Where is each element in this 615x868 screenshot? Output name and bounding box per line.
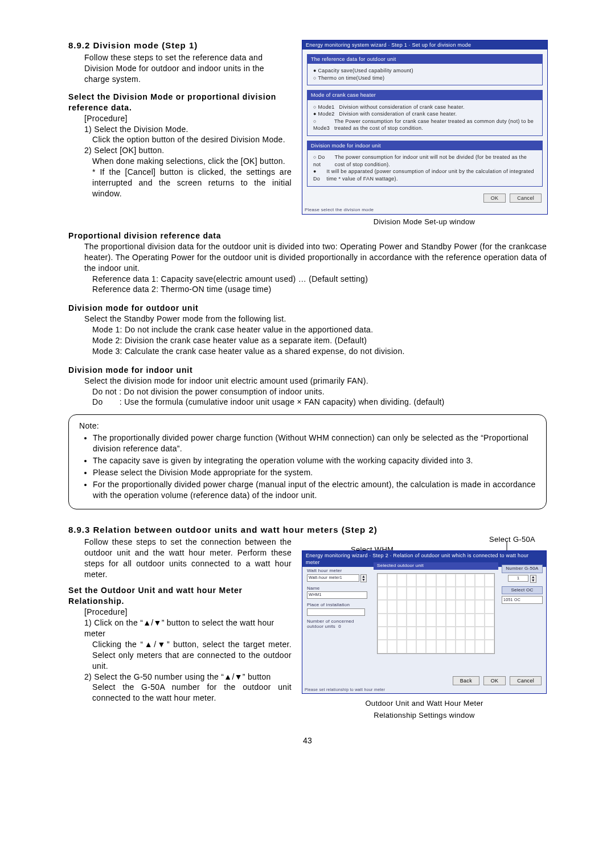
win1-mode1[interactable]: Mode1: [313, 104, 335, 111]
win2-grid-header: Selected outdoor unit: [374, 562, 498, 570]
note-box: Note: The proportionally divided power c…: [68, 414, 547, 509]
win2-name-value: WHM1: [307, 591, 367, 599]
win1-ok-button[interactable]: OK: [483, 194, 506, 203]
indoor-mode-heading: Division mode for indoor unit: [68, 365, 547, 376]
fig2-caption-2: Relationship Settings window: [302, 710, 547, 721]
win2-back-button[interactable]: Back: [453, 676, 479, 685]
outdoor-mode-text: Select the Standby Power mode from the f…: [84, 314, 547, 324]
note-bullet-3: Please select the Division Mode appropri…: [93, 467, 537, 478]
prop-div-text: The proportional division data for the o…: [84, 241, 547, 274]
win2-whm-stepper[interactable]: ▲▼: [360, 574, 367, 582]
win1-indoor-donot-text: The power consumption for indoor unit wi…: [335, 154, 536, 168]
set-relationship-heading: Set the Outdoor Unit and watt hour Meter…: [68, 585, 292, 607]
division-mode-window: Energy monitoring system wizard · Step 1…: [302, 40, 548, 215]
win2-whm-label: Watt hour meter: [307, 568, 370, 574]
win1-cancel-button[interactable]: Cancel: [510, 194, 542, 203]
indoor-do: Do : Use the formula (cumulative indoor …: [92, 397, 547, 408]
step2c: * If the [Cancel] button is clicked, the…: [92, 167, 292, 199]
relationship-window: Energy monitoring wizard · Step 2 · Rela…: [302, 550, 547, 694]
outdoor-mode3: Mode 3: Calculate the crank case heater …: [92, 346, 547, 357]
win2-place-label: Place of installation: [307, 602, 370, 608]
win1-pane3-header: Division mode for indoor unit: [308, 141, 542, 150]
procedure-label-2: [Procedure]: [84, 607, 292, 618]
ref-data-1: Reference data 1: Capacity save(electric…: [92, 274, 547, 285]
ref-data-2: Reference data 2: Thermo-ON time (usage …: [92, 284, 547, 295]
indoor-mode-text: Select the division mode for indoor unit…: [84, 376, 547, 386]
win2-ok-button[interactable]: OK: [483, 676, 506, 685]
win1-title: Energy monitoring system wizard · Step 1…: [302, 40, 547, 50]
prop-div-heading: Proportional division reference data: [68, 231, 547, 241]
note-label: Note:: [79, 421, 537, 431]
note-bullet-2: The capacity save is given by integratin…: [93, 455, 537, 466]
heading-893: 8.9.3 Relation between outdoor units and…: [68, 524, 547, 536]
win1-pane2-header: Mode of crank case heater: [308, 90, 542, 100]
step1b: Click the option button of the desired D…: [92, 134, 292, 145]
s893-step2a: 2) Select the G-50 number using the “▲/▼…: [84, 672, 292, 682]
page-number: 43: [68, 735, 547, 746]
select-division-heading: Select the Division Mode or proportional…: [68, 92, 292, 113]
outdoor-mode1: Mode 1: Do not include the crank case he…: [92, 324, 547, 335]
heading-892: 8.9.2 Division mode (Step 1): [68, 40, 292, 51]
win1-mode3[interactable]: Mode3: [313, 118, 330, 132]
win2-footer: Please set relationship to watt hour met…: [305, 687, 385, 692]
win1-indoor-do[interactable]: Do: [313, 168, 322, 182]
fig2-caption-1: Outdoor Unit and Watt Hour Meter: [302, 698, 547, 709]
win2-conn-value: 0: [338, 624, 341, 629]
win2-g50-stepper[interactable]: ▲▼: [530, 575, 536, 583]
callout-g50a: Select G-50A: [489, 534, 535, 545]
s893-step1a: 1) Click on the “▲/▼” button to select t…: [84, 618, 292, 639]
win1-footer: Please select the division mode: [302, 207, 547, 215]
step2a: 2) Select [OK] button.: [84, 145, 292, 156]
win1-pane1-header: The reference data for outdoor unit: [308, 55, 542, 64]
win2-cancel-button[interactable]: Cancel: [510, 676, 542, 685]
win1-mode1-text: Division without consideration of crank …: [339, 104, 465, 111]
win1-indoor-donot[interactable]: Do not: [313, 154, 330, 168]
indoor-donot: Do not : Do not division the power consu…: [92, 386, 547, 397]
win1-mode2[interactable]: Mode2: [313, 110, 335, 118]
outdoor-mode-heading: Division mode for outdoor unit: [68, 303, 547, 314]
intro-892: Follow these steps to set the reference …: [84, 52, 292, 85]
win2-name-label: Name: [307, 586, 370, 592]
note-bullet-1: The proportionally divided power charge …: [93, 433, 537, 454]
win2-g50-label: Number G-50A: [502, 565, 543, 573]
win2-whm-value[interactable]: Watt-hour meter1: [307, 574, 359, 582]
win2-place-value: [307, 608, 365, 616]
step2b: When done making selections, click the […: [92, 156, 292, 167]
s893-step2b: Select the G-50A number for the outdoor …: [92, 682, 292, 704]
fig1-caption: Division Mode Set-up window: [302, 217, 547, 227]
win2-conn-label: Number of concerned outdoor units 0: [307, 619, 370, 630]
procedure-label-1: [Procedure]: [84, 113, 292, 124]
win1-indoor-do-text: It will be apparated (power consumption …: [326, 168, 536, 182]
win2-g50-value[interactable]: 1: [508, 575, 528, 582]
win1-mode3-text: The Power consumption for crank case hea…: [334, 118, 536, 132]
step1a: 1) Select the Division Mode.: [84, 124, 292, 135]
intro-893: Follow these steps to set the connection…: [84, 537, 292, 580]
win1-opt-thermo-on[interactable]: Thermo on time(Used time): [313, 75, 536, 82]
note-bullet-4: For the proportionally divided power cha…: [93, 479, 537, 501]
win2-oc-value[interactable]: 1051 OC: [502, 596, 543, 603]
s893-step1b: Clicking the “▲/▼” button, select the ta…: [92, 639, 292, 672]
win1-mode2-text: Division with consideration of crank cas…: [339, 110, 457, 118]
win1-opt-capacity-save[interactable]: Capacity save(Used capability amount): [313, 67, 536, 75]
win2-grid[interactable]: [377, 573, 495, 654]
win2-selectoc-label: Select OC: [502, 586, 543, 595]
outdoor-mode2: Mode 2: Division the crank case heater v…: [92, 335, 547, 346]
